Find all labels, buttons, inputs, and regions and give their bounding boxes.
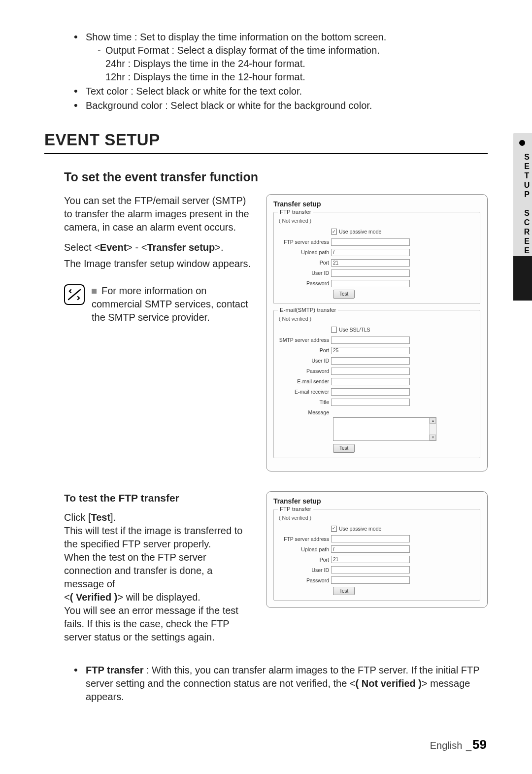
body-line: This will test if the image is transferr… — [64, 524, 251, 551]
message-label: Message — [279, 408, 331, 416]
sub-text: Output Format : Select a display format … — [105, 44, 380, 57]
section-heading: EVENT SETUP — [44, 129, 488, 154]
use-passive-label: Use passive mode — [339, 525, 381, 532]
group-legend: FTP transfer — [278, 208, 313, 216]
email-sender-input[interactable] — [331, 378, 410, 385]
smtp-port-label: Port — [279, 347, 331, 354]
ftp-password-label: Password — [279, 577, 331, 584]
footer-language: English — [430, 740, 463, 751]
bullet-icon: • — [74, 85, 86, 98]
ftp-server-label: FTP server address — [279, 536, 331, 542]
upload-path-label: Upload path — [279, 546, 331, 553]
email-sender-label: E-mail sender — [279, 378, 331, 385]
ftp-test-button[interactable]: Test — [333, 290, 355, 299]
smtp-group: E-mail(SMTP) transfer ( Not verified ) U… — [273, 310, 480, 458]
message-textarea[interactable]: ▴ ▾ — [333, 417, 436, 441]
note-icon — [64, 284, 85, 305]
list-item: • Text color : Select black or white for… — [74, 85, 488, 98]
smtp-server-label: SMTP server address — [279, 337, 331, 343]
smtp-password-input[interactable] — [331, 368, 410, 375]
use-passive-checkbox[interactable] — [331, 526, 337, 532]
bullet-icon: • — [74, 99, 86, 112]
ftp-password-label: Password — [279, 280, 331, 287]
transfer-setup-panel: Transfer setup FTP transfer ( Not verifi… — [266, 194, 488, 471]
body-line: <( Verified )> will be displayed. — [64, 591, 251, 604]
page-footer: English _59 — [430, 736, 487, 753]
subsection-heading: To test the FTP transfer — [64, 491, 251, 505]
body-paragraph: The Image transfer setup window appears. — [64, 257, 251, 270]
body-line: When the test on the FTP server connecti… — [64, 551, 251, 591]
ftp-user-label: User ID — [279, 567, 331, 573]
smtp-test-button[interactable]: Test — [333, 444, 355, 453]
ftp-port-label: Port — [279, 259, 331, 266]
smtp-user-input[interactable] — [331, 357, 410, 365]
ftp-user-input[interactable] — [331, 566, 410, 573]
dash-icon: - — [98, 44, 105, 57]
scroll-down-icon[interactable]: ▾ — [430, 435, 436, 440]
use-passive-checkbox[interactable] — [331, 229, 337, 235]
ftp-password-input[interactable] — [331, 576, 410, 584]
top-bullet-list: • Show time : Set to display the time in… — [74, 31, 488, 112]
not-verified-label: ( Not verified ) — [279, 315, 475, 322]
bullet-text: Text color : Select black or white for t… — [86, 85, 302, 98]
use-passive-label: Use passive mode — [339, 228, 381, 235]
scroll-up-icon[interactable]: ▴ — [430, 418, 436, 424]
list-item: • Show time : Set to display the time in… — [74, 31, 488, 84]
footer-separator: _ — [466, 740, 471, 751]
email-title-input[interactable] — [331, 399, 410, 406]
body-paragraph: You can set the FTP/email server (SMTP) … — [64, 194, 251, 234]
bullet-icon: • — [74, 31, 86, 84]
transfer-setup-panel-small: Transfer setup FTP transfer ( Not verifi… — [266, 491, 488, 608]
body-line: You will see an error message if the tes… — [64, 604, 251, 644]
not-verified-label: ( Not verified ) — [279, 514, 475, 521]
ftp-group: FTP transfer ( Not verified ) Use passiv… — [273, 212, 480, 304]
sub-line: 12hr : Displays the time in the 12-hour … — [105, 70, 386, 84]
ftp-test-button[interactable]: Test — [333, 587, 355, 596]
smtp-server-input[interactable] — [331, 337, 410, 344]
not-verified-label: ( Not verified ) — [279, 217, 475, 224]
ftp-port-input[interactable]: 21 — [331, 556, 410, 563]
ftp-group: FTP transfer ( Not verified ) Use passiv… — [273, 509, 480, 601]
use-ssl-label: Use SSL/TLS — [339, 326, 370, 333]
ftp-server-input[interactable] — [331, 535, 410, 542]
bullet-text: Show time : Set to display the time info… — [86, 31, 386, 44]
note-bullet-icon — [92, 289, 97, 294]
upload-path-input[interactable]: / — [331, 545, 410, 553]
body-line: Click [Test]. — [64, 511, 251, 524]
bullet-text: FTP transfer : With this, you can transf… — [86, 664, 488, 704]
use-ssl-checkbox[interactable] — [331, 327, 337, 333]
nav-path: Select <Event> - <Transfer setup>. — [64, 241, 251, 254]
subsection-heading: To set the event transfer function — [64, 169, 488, 186]
page-number: 59 — [472, 737, 487, 752]
email-receiver-input[interactable] — [331, 388, 410, 396]
group-legend: E-mail(SMTP) transfer — [278, 306, 338, 314]
smtp-port-input[interactable]: 25 — [331, 347, 410, 354]
ftp-password-input[interactable] — [331, 280, 410, 287]
list-item: • Background color : Select black or whi… — [74, 99, 488, 112]
email-title-label: Title — [279, 399, 331, 405]
panel-title: Transfer setup — [273, 200, 480, 209]
note-callout: For more information on commercial SMTP … — [64, 284, 251, 324]
upload-path-input[interactable]: / — [331, 249, 410, 256]
sub-list-item: - Output Format : Select a display forma… — [98, 44, 386, 57]
bullet-text: Background color : Select black or white… — [86, 99, 372, 112]
ftp-server-input[interactable] — [331, 238, 410, 246]
scrollbar[interactable]: ▴ ▾ — [429, 418, 436, 440]
ftp-server-label: FTP server address — [279, 238, 331, 245]
smtp-user-label: User ID — [279, 357, 331, 364]
ftp-user-label: User ID — [279, 269, 331, 276]
sub-line: 24hr : Displays the time in the 24-hour … — [105, 57, 386, 70]
bullet-icon: • — [74, 664, 86, 704]
ftp-port-label: Port — [279, 556, 331, 563]
ftp-port-input[interactable]: 21 — [331, 259, 410, 267]
email-receiver-label: E-mail receiver — [279, 388, 331, 395]
list-item: • FTP transfer : With this, you can tran… — [74, 664, 488, 704]
group-legend: FTP transfer — [278, 505, 313, 513]
note-text: For more information on commercial SMTP … — [92, 285, 248, 323]
smtp-password-label: Password — [279, 368, 331, 374]
ftp-user-input[interactable] — [331, 269, 410, 277]
panel-title: Transfer setup — [273, 497, 480, 506]
upload-path-label: Upload path — [279, 249, 331, 256]
